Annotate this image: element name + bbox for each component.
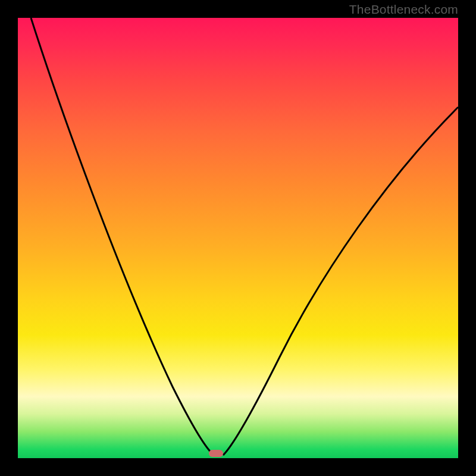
curve-right-branch <box>223 107 458 455</box>
chart-frame: TheBottleneck.com <box>0 0 476 476</box>
watermark-text: TheBottleneck.com <box>349 2 458 17</box>
bottleneck-curve <box>18 18 458 458</box>
plot-area <box>18 18 458 458</box>
curve-left-branch <box>31 18 214 455</box>
optimum-marker <box>209 450 223 457</box>
